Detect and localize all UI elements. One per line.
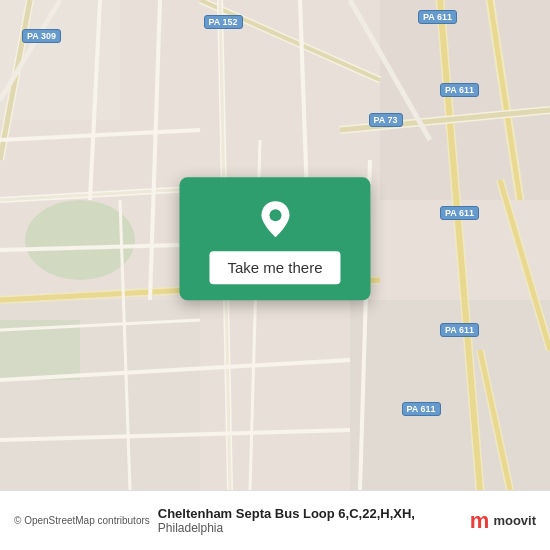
svg-line-14 <box>200 0 380 80</box>
svg-line-12 <box>0 0 30 160</box>
road-label-pa309: PA 309 <box>22 29 61 43</box>
take-me-there-button[interactable]: Take me there <box>209 251 340 284</box>
road-label-pa611-lower: PA 611 <box>440 323 479 337</box>
svg-rect-6 <box>0 320 80 380</box>
location-subtitle: Philadelphia <box>158 521 470 535</box>
svg-line-33 <box>0 320 200 330</box>
svg-line-31 <box>120 200 130 490</box>
svg-line-39 <box>480 350 510 490</box>
road-label-pa611-right: PA 611 <box>440 206 479 220</box>
svg-point-41 <box>269 209 281 221</box>
svg-line-13 <box>200 0 380 80</box>
svg-line-34 <box>0 0 60 100</box>
svg-rect-1 <box>0 0 120 120</box>
location-pin-icon <box>253 197 297 241</box>
svg-line-36 <box>500 180 550 350</box>
road-label-pa73: PA 73 <box>369 113 403 127</box>
overlay-card: Take me there <box>179 177 370 300</box>
osm-credit: © OpenStreetMap contributors <box>14 515 150 526</box>
svg-line-26 <box>150 0 160 300</box>
moovit-logo: m moovit <box>470 508 536 534</box>
svg-line-29 <box>0 360 350 380</box>
road-label-pa611-bottom: PA 611 <box>402 402 441 416</box>
map-container: PA 309 PA 152 PA 611 PA 611 PA 73 PA 611… <box>0 0 550 490</box>
svg-line-25 <box>90 0 100 200</box>
osm-credit-text: © OpenStreetMap contributors <box>14 515 150 526</box>
location-title: Cheltenham Septa Bus Loop 6,C,22,H,XH, <box>158 506 470 521</box>
svg-line-24 <box>0 245 180 250</box>
road-label-pa611-mid-right: PA 611 <box>440 83 479 97</box>
svg-rect-2 <box>380 0 550 200</box>
svg-line-9 <box>490 0 520 200</box>
info-bar: © OpenStreetMap contributors Cheltenham … <box>0 490 550 550</box>
moovit-logo-text: moovit <box>493 513 536 528</box>
location-info: Cheltenham Septa Bus Loop 6,C,22,H,XH, P… <box>158 506 470 535</box>
road-label-pa611-top-right: PA 611 <box>418 10 457 24</box>
moovit-logo-letter: m <box>470 508 490 534</box>
svg-point-5 <box>25 200 135 280</box>
svg-line-30 <box>0 430 350 440</box>
svg-line-37 <box>500 180 550 350</box>
svg-rect-3 <box>0 300 200 490</box>
svg-line-8 <box>440 0 480 490</box>
road-label-pa152: PA 152 <box>204 15 243 29</box>
svg-line-7 <box>440 0 480 490</box>
svg-line-10 <box>490 0 520 200</box>
svg-line-23 <box>0 130 200 140</box>
svg-line-38 <box>480 350 510 490</box>
svg-line-11 <box>0 0 30 160</box>
